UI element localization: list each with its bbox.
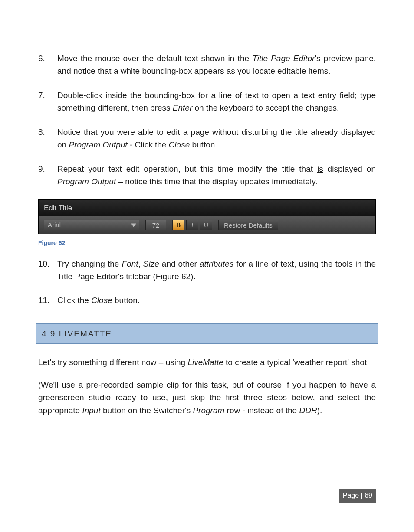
step-body: Repeat your text edit operation, but thi… [57,163,376,188]
page-number-badge: Page | 69 [339,489,376,503]
font-size-input[interactable]: 72 [145,220,166,230]
step-number: 9. [38,163,57,188]
restore-defaults-button[interactable]: Restore Defaults [218,220,278,230]
font-name: Arial [48,220,61,230]
step-body: Double-click inside the bounding-box for… [57,89,376,114]
edit-title-panel: Edit Title Arial 72 B I U Restore Defaul… [38,199,376,234]
underline-button[interactable]: U [200,220,212,230]
font-toolbar: Arial 72 B I U Restore Defaults [39,216,375,234]
chevron-down-icon [131,222,136,228]
step-number: 8. [38,126,57,151]
step-body: Move the mouse over the default text sho… [57,52,376,78]
step-body: Try changing the Font, Size and other at… [57,258,376,283]
step-8: 8. Notice that you were able to edit a p… [38,126,376,151]
section-heading: 4.9 LIVEMATTE [36,323,378,344]
step-11: 11. Click the Close button. [38,294,376,307]
steps-list-1: 6. Move the mouse over the default text … [38,52,376,188]
step-6: 6. Move the mouse over the default text … [38,52,376,78]
step-body: Click the Close button. [57,294,376,307]
bold-button[interactable]: B [172,220,184,230]
step-9: 9. Repeat your text edit operation, but … [38,163,376,188]
steps-list-2: 10. Try changing the Font, Size and othe… [38,258,376,307]
page-footer: Page | 69 [38,486,376,503]
panel-header: Edit Title [39,200,375,216]
para-1: Let's try something different now – usin… [38,356,376,369]
step-body: Notice that you were able to edit a page… [57,126,376,151]
italic-button[interactable]: I [186,220,198,230]
step-number: 6. [38,52,57,78]
step-number: 11. [38,294,57,307]
step-10: 10. Try changing the Font, Size and othe… [38,258,376,283]
step-number: 7. [38,89,57,114]
style-group: B I U [172,220,212,230]
para-2: (We'll use a pre-recorded sample clip fo… [38,379,376,417]
step-7: 7. Double-click inside the bounding-box … [38,89,376,114]
step-number: 10. [38,258,57,283]
font-select[interactable]: Arial [44,220,139,230]
figure-caption: Figure 62 [38,238,376,248]
